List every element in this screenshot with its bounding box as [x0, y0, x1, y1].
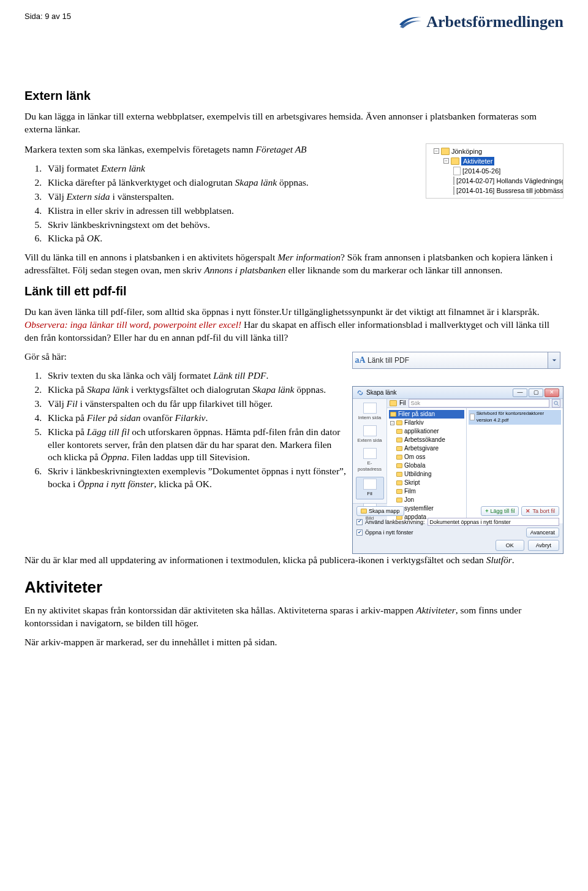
tree-item[interactable]: Film	[389, 487, 464, 496]
tree-item[interactable]: Jon	[389, 496, 464, 504]
sidebar-item-extern[interactable]: Extern sida	[356, 425, 384, 444]
open-new-checkbox[interactable]: ✔	[356, 529, 363, 536]
tree-item[interactable]: Globala	[389, 461, 464, 470]
format-dropdown[interactable]: aA Länk till PDF	[352, 352, 560, 369]
tree-row: − Jönköping	[429, 146, 563, 156]
after-paragraph: När du är klar med all uppdatering av in…	[24, 554, 564, 567]
dialog-toolbar: Fil Sök	[387, 399, 563, 408]
tree-item[interactable]: Om oss	[389, 453, 464, 461]
tree-item[interactable]: Arbetssökande	[389, 436, 464, 444]
advanced-button[interactable]: Avancerat	[526, 528, 559, 537]
preview-file[interactable]: Skrivbord för kontorsredaktorer version …	[469, 410, 561, 425]
step-item: Klistra in eller skriv in adressen till …	[44, 205, 420, 218]
page-icon	[363, 403, 377, 414]
search-icon[interactable]	[552, 399, 560, 408]
tree-item[interactable]: −Filarkiv	[389, 419, 464, 427]
step-item: Skriv texten du ska länka och välj forma…	[44, 370, 346, 382]
folder-icon	[396, 480, 402, 485]
tree-item[interactable]: Skript	[389, 479, 464, 487]
tree-item-selected[interactable]: Filer på sidan	[389, 410, 464, 419]
chevron-down-icon	[552, 358, 557, 363]
platsbanken-paragraph: Vill du länka till en annons i platsbank…	[24, 251, 564, 277]
section-extern-intro: Du kan lägga in länkar till externa webb…	[24, 110, 564, 136]
search-input[interactable]: Sök	[409, 399, 549, 408]
document-icon	[453, 176, 454, 185]
globe-icon	[363, 425, 377, 436]
mail-icon	[363, 448, 377, 459]
folder-icon	[396, 438, 402, 442]
tree-row: − Aktiviteter	[429, 156, 563, 166]
maximize-button[interactable]: ▢	[529, 389, 543, 397]
folder-icon	[396, 455, 402, 460]
pdf-intro: Du kan även länka till pdf-filer, som al…	[24, 306, 564, 344]
folder-icon	[390, 400, 397, 406]
document-icon	[453, 167, 461, 175]
close-button[interactable]: ✕	[545, 389, 559, 397]
aktiviteter-p1: En ny aktivitet skapas från kontorssidan…	[24, 604, 564, 630]
section-extern-lank-title: Extern länk	[24, 88, 564, 104]
sidebar-item-epost[interactable]: E-postadress	[356, 448, 384, 474]
folder-icon	[396, 420, 402, 425]
folder-icon	[390, 412, 396, 417]
steps-list-extern: Välj formatet Extern länk Klicka därefte…	[44, 162, 420, 246]
cancel-button[interactable]: Avbryt	[528, 540, 559, 551]
step-item: Klicka på Filer på sidan ovanför Filarki…	[44, 412, 346, 425]
section-pdf-title: Länk till ett pdf-fil	[24, 283, 564, 300]
file-icon	[363, 479, 377, 490]
skapa-lank-dialog: Skapa länk — ▢ ✕ Intern sida Extern sida…	[352, 386, 564, 554]
tree-row: [2014-02-07] Hollands Vägledningsgrup	[429, 176, 563, 186]
folder-icon	[396, 489, 402, 494]
instruction-lead: Markera texten som ska länkas, exempelvi…	[24, 143, 420, 156]
document-icon	[453, 186, 454, 195]
remove-file-button[interactable]: ✕ Ta bort fil	[521, 506, 559, 516]
sidebar-item-intern[interactable]: Intern sida	[356, 403, 384, 422]
steps-list-pdf: Skriv texten du ska länka och välj forma…	[44, 370, 346, 491]
instruction-lead-pdf: Gör så här:	[24, 351, 346, 363]
tree-item[interactable]: Arbetsgivare	[389, 444, 464, 453]
folder-icon	[396, 498, 402, 502]
section-aktiviteter-title: Aktiviteter	[24, 577, 564, 598]
step-item: Välj Fil i vänsterspalten och du får upp…	[44, 398, 346, 411]
folder-icon	[441, 148, 450, 155]
step-item: Klicka på Skapa länk i verktygsfältet oc…	[44, 384, 346, 396]
remove-icon: ✕	[526, 507, 530, 515]
aktiviteter-p2: När arkiv-mappen är markerad, ser du inn…	[24, 636, 564, 649]
tree-screenshot: − Jönköping − Aktiviteter [2014-05-26] […	[426, 143, 564, 199]
svg-line-1	[557, 404, 559, 406]
warning-text: Observera: inga länkar till word, powerp…	[24, 319, 241, 330]
pdf-icon	[470, 414, 475, 420]
folder-icon	[396, 463, 402, 468]
ok-button[interactable]: OK	[496, 540, 524, 551]
tree-item[interactable]: Utbildning	[389, 470, 464, 479]
tree-row: [2014-01-16] Bussresa till jobbmässa i V	[429, 186, 563, 195]
tree-row: [2014-05-26]	[429, 166, 563, 176]
tree-item[interactable]: applikationer	[389, 427, 464, 436]
folder-icon	[396, 472, 402, 477]
folder-icon	[361, 509, 367, 514]
use-desc-checkbox[interactable]: ✔	[356, 519, 363, 525]
add-file-button[interactable]: + Lägg till fil	[481, 506, 519, 516]
step-item: Klicka på OK.	[44, 232, 420, 245]
dialog-sidebar: Intern sida Extern sida E-postadress Fil…	[353, 399, 387, 503]
step-item: Välj Extern sida i vänsterspalten.	[44, 191, 420, 203]
text-style-icon: aA	[353, 355, 368, 366]
collapse-icon: −	[434, 148, 439, 154]
create-folder-button[interactable]: Skapa mapp	[356, 506, 404, 516]
folder-icon	[396, 446, 402, 451]
collapse-icon: −	[443, 158, 449, 164]
page-header: Sida: 9 av 15 Arbetsförmedlingen	[24, 11, 564, 32]
dialog-titlebar: Skapa länk — ▢ ✕	[353, 387, 563, 399]
brand-logo: Arbetsförmedlingen	[398, 11, 564, 32]
logo-text: Arbetsförmedlingen	[426, 11, 564, 32]
minimize-button[interactable]: —	[513, 389, 527, 397]
page-indicator: Sida: 9 av 15	[24, 11, 71, 22]
step-item: Skriv i länkbeskrivningtexten exemplevis…	[44, 465, 346, 491]
folder-icon	[396, 429, 402, 434]
plus-icon: +	[485, 507, 488, 515]
link-description-field[interactable]: Dokumentet öppnas i nytt fönster	[428, 518, 559, 526]
step-item: Skriv länkbeskrivningstext om det behövs…	[44, 219, 420, 232]
step-item: Välj formatet Extern länk	[44, 162, 420, 175]
dropdown-button[interactable]	[548, 352, 560, 368]
sidebar-item-fil[interactable]: Fil	[356, 477, 384, 499]
dropdown-selected: Länk till PDF	[368, 355, 548, 365]
